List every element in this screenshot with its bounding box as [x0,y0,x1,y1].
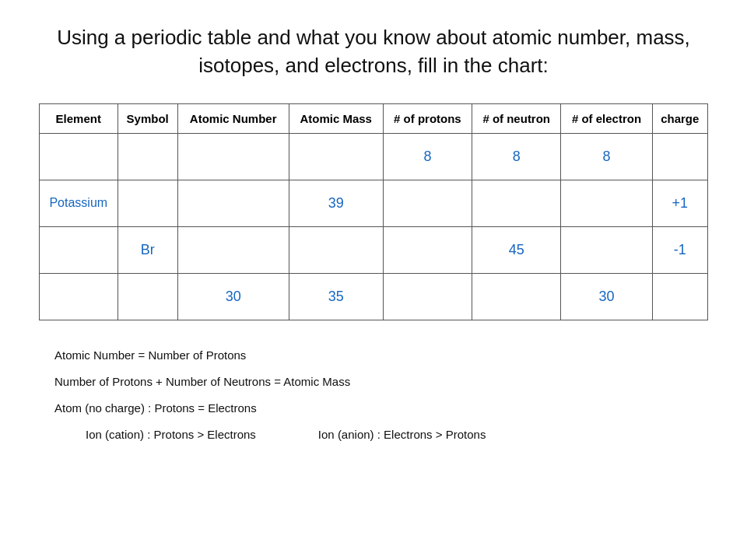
col-header-atomic-mass: Atomic Mass [289,103,383,133]
row3-charge: -1 [652,226,707,273]
row1-symbol [117,133,177,180]
col-header-symbol: Symbol [117,103,177,133]
note-line-4: Ion (cation) : Protons > Electrons Ion (… [54,423,708,446]
notes-section: Atomic Number = Number of Protons Number… [39,344,708,446]
row3-atomic-number [177,226,289,273]
note-anion: Ion (anion) : Electrons > Protons [318,423,486,446]
row4-neutron [472,273,561,320]
note-cation: Ion (cation) : Protons > Electrons [86,423,256,446]
row1-atomic-mass [289,133,383,180]
row4-electron: 30 [561,273,652,320]
row1-atomic-number [177,133,289,180]
row3-element [40,226,118,273]
row4-protons [383,273,472,320]
row3-electron [561,226,652,273]
row2-atomic-number [177,180,289,226]
row2-charge: +1 [652,180,707,226]
col-header-charge: charge [652,103,707,133]
row2-atomic-mass: 39 [289,180,383,226]
row4-element [40,273,118,320]
row2-symbol [117,180,177,226]
note-line-2: Number of Protons + Number of Neutrons =… [54,370,708,394]
row1-electron: 8 [561,133,652,180]
table-row: 30 35 30 [40,273,708,320]
row3-neutron: 45 [472,226,561,273]
row3-atomic-mass [289,226,383,273]
col-header-neutron: # of neutron [472,103,561,133]
col-header-element: Element [40,103,118,133]
row2-element: Potassium [40,180,118,226]
row4-charge [652,273,707,320]
row4-symbol [117,273,177,320]
row3-protons [383,226,472,273]
row1-charge [652,133,707,180]
table-row: 8 8 8 [40,133,708,180]
row1-neutron: 8 [472,133,561,180]
row1-protons: 8 [383,133,472,180]
note-line-3: Atom (no charge) : Protons = Electrons [54,397,708,420]
col-header-protons: # of protons [383,103,472,133]
table-row: Potassium 39 +1 [40,180,708,226]
row2-neutron [472,180,561,226]
row4-atomic-mass: 35 [289,273,383,320]
note-line-1: Atomic Number = Number of Protons [54,344,708,367]
row1-element [40,133,118,180]
col-header-electron: # of electron [561,103,652,133]
row2-protons [383,180,472,226]
row4-atomic-number: 30 [177,273,289,320]
page-title: Using a periodic table and what you know… [39,23,708,80]
table-row: Br 45 -1 [40,226,708,273]
row3-symbol: Br [117,226,177,273]
col-header-atomic-number: Atomic Number [177,103,289,133]
periodic-table: Element Symbol Atomic Number Atomic Mass… [39,103,708,320]
row2-electron [561,180,652,226]
